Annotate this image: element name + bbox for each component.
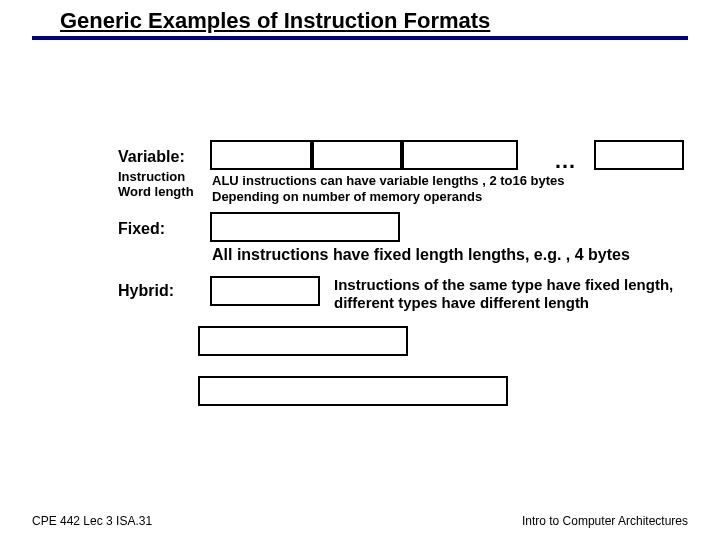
footer-right: Intro to Computer Architectures: [522, 514, 688, 528]
variable-sublabel: Instruction Word length: [118, 170, 194, 200]
variable-box-3: [402, 140, 518, 170]
hybrid-box-1: [210, 276, 320, 306]
fixed-note: All instructions have fixed length lengt…: [212, 245, 630, 264]
variable-sublabel-line2: Word length: [118, 184, 194, 199]
variable-note-line2: Depending on number of memory operands: [212, 189, 482, 204]
footer-left: CPE 442 Lec 3 ISA.31: [32, 514, 152, 528]
slide-title: Generic Examples of Instruction Formats: [60, 8, 490, 34]
variable-note: ALU instructions can have variable lengt…: [212, 173, 565, 204]
variable-sublabel-line1: Instruction: [118, 169, 185, 184]
hybrid-box-3: [198, 376, 508, 406]
fixed-box: [210, 212, 400, 242]
title-rule: [32, 36, 688, 40]
fixed-label: Fixed:: [118, 220, 165, 238]
ellipsis-icon: …: [554, 148, 578, 174]
hybrid-box-2: [198, 326, 408, 356]
hybrid-note: Instructions of the same type have fixed…: [334, 276, 694, 312]
variable-box-2: [312, 140, 402, 170]
variable-note-line1: ALU instructions can have variable lengt…: [212, 173, 565, 188]
variable-label: Variable:: [118, 148, 185, 166]
variable-box-4: [594, 140, 684, 170]
hybrid-label: Hybrid:: [118, 282, 174, 300]
variable-box-1: [210, 140, 312, 170]
